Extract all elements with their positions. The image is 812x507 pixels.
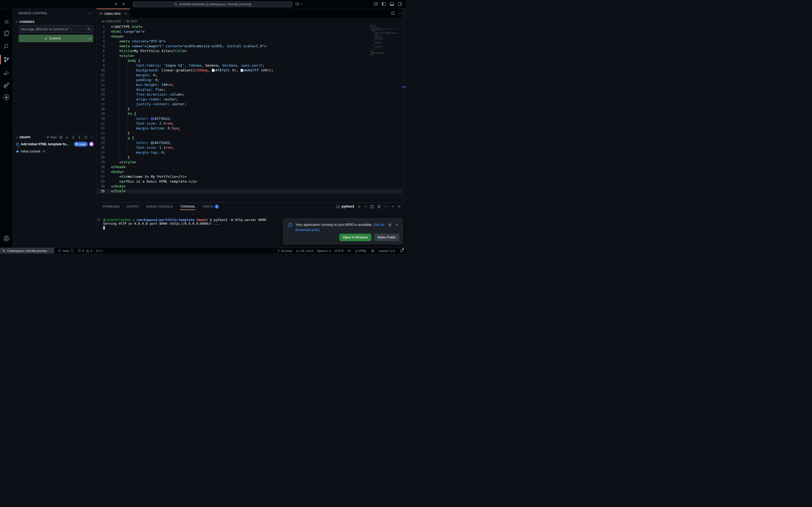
code-line[interactable]: 32 <h1>Welcome to My Portfolio</h1> [97, 174, 406, 179]
push-icon[interactable] [77, 135, 81, 139]
code-line[interactable]: 18 } [97, 107, 406, 111]
more-actions-icon[interactable] [88, 11, 92, 15]
eol-item[interactable]: LF [347, 249, 351, 252]
code-line[interactable]: 28 } [97, 155, 406, 160]
branch-status-item[interactable]: main [58, 249, 74, 252]
code-line[interactable]: 6 <title>My Portfolio Site</title> [97, 49, 406, 53]
graph-more-icon[interactable] [90, 135, 94, 139]
notifications-bell-item[interactable] [400, 249, 403, 253]
notification-settings-gear-icon[interactable]: ⚙ [388, 223, 392, 227]
graph-section-header[interactable]: GRAPH Auto [13, 134, 97, 140]
terminal-shell-item[interactable]: $ python3 [336, 205, 354, 209]
encoding-item[interactable]: UTF-8 [335, 249, 344, 252]
close-tab-icon[interactable] [124, 12, 127, 15]
tab-index-html[interactable]: <> index.html [97, 9, 130, 18]
code-line[interactable]: 16 align-items: center; [97, 97, 406, 102]
changes-section-header[interactable]: CHANGES [13, 19, 97, 25]
panel-tab-terminal[interactable]: TERMINAL [180, 203, 195, 210]
cursor-position-item[interactable]: Ln 35, Col 8 [296, 249, 313, 252]
breadcrumb-file[interactable]: index.html [106, 19, 121, 23]
refresh-icon[interactable] [84, 135, 88, 139]
graph-commit-row[interactable]: Add initial HTML template fo… main [13, 141, 97, 148]
panel-tab-problems[interactable]: PROBLEMS [103, 203, 120, 210]
code-line[interactable]: 33 <p>This is a basic HTML template.</p> [97, 179, 406, 184]
fetch-icon[interactable] [65, 135, 69, 139]
language-mode-item[interactable]: {} HTML [355, 249, 367, 252]
minimap[interactable]: <!DOCTYPE html><html lang="en"><head> <m… [370, 25, 401, 202]
graph-auto-toggle[interactable]: Auto [47, 135, 57, 139]
forward-icon[interactable] [121, 2, 126, 6]
search-sidebar-icon[interactable] [0, 41, 13, 52]
toggle-primary-sidebar-icon[interactable] [382, 2, 386, 6]
ports-status-item[interactable]: 1 [96, 249, 103, 253]
commit-status-item[interactable]: N (now) [277, 249, 292, 252]
breadcrumb-symbol[interactable]: html [131, 19, 137, 23]
code-line[interactable]: 11 margin: 0; [97, 73, 406, 77]
code-line[interactable]: 19 h1 { [97, 111, 406, 116]
kill-terminal-trash-icon[interactable] [377, 205, 381, 209]
pull-icon[interactable] [71, 135, 75, 139]
commit-button[interactable]: Commit [18, 35, 93, 42]
editor-scrollbar[interactable] [402, 9, 406, 203]
branch-badge[interactable]: main [74, 142, 88, 147]
code-line[interactable]: 13 min-height: 100vh; [97, 82, 406, 87]
indentation-item[interactable]: Spaces: 4 [317, 249, 331, 252]
code-line[interactable]: 27 margin-top: 0; [97, 150, 406, 155]
code-line[interactable]: 15 flex-direction: column; [97, 92, 406, 97]
breadcrumb[interactable]: <> index.html html [97, 18, 406, 24]
maximize-panel-icon[interactable] [391, 205, 395, 208]
code-line[interactable]: 24 p { [97, 135, 406, 140]
make-public-button[interactable]: Make Public [374, 234, 399, 241]
code-line[interactable]: 34</body> [97, 184, 406, 189]
commit-dropdown-chevron[interactable] [86, 35, 93, 42]
code-line[interactable]: 8 body { [97, 58, 406, 63]
code-line[interactable]: 4 <meta charset="UTF-8"> [97, 39, 406, 44]
terminal-output[interactable]: @LatentFreedom → /workspaces/portfolio-t… [103, 218, 266, 230]
code-line[interactable]: 25 color: #475569; [97, 140, 406, 145]
split-terminal-icon[interactable] [370, 205, 374, 209]
command-center-search[interactable]: portfolio-template [Codespaces: friendly… [133, 1, 293, 7]
terminal-dropdown-chevron[interactable] [364, 205, 367, 208]
toggle-panel-icon[interactable] [390, 2, 394, 6]
customize-layout-icon[interactable] [373, 2, 378, 6]
close-panel-icon[interactable] [397, 205, 401, 208]
back-icon[interactable] [114, 2, 118, 6]
new-terminal-icon[interactable] [357, 205, 361, 209]
code-line[interactable]: 29 </style> [97, 160, 406, 165]
copilot-menu[interactable] [295, 1, 303, 6]
remote-indicator[interactable]: Codespaces: friendly journey [0, 248, 54, 253]
split-editor-icon[interactable] [391, 11, 395, 15]
copilot-sparkle-icon[interactable] [87, 27, 91, 31]
panel-tab-ports[interactable]: PORTS1 [202, 203, 219, 210]
code-line[interactable]: 9 font-family: 'Segoe UI', Tahoma, Genev… [97, 63, 406, 68]
run-debug-icon[interactable] [0, 67, 13, 78]
github-icon[interactable] [0, 92, 13, 103]
code-line[interactable]: 22 margin-bottom: 0.5em; [97, 126, 406, 131]
code-line[interactable]: 7 <style> [97, 53, 406, 58]
graph-target-icon[interactable] [59, 135, 63, 139]
menu-icon[interactable] [0, 16, 13, 27]
close-notification-icon[interactable] [395, 223, 399, 226]
code-line[interactable]: 23 } [97, 131, 406, 135]
open-in-browser-button[interactable]: Open in Browser [339, 234, 371, 241]
code-line[interactable]: 3<head> [97, 34, 406, 39]
code-line[interactable]: 12 padding: 0; [97, 77, 406, 82]
panel-tab-debug-console[interactable]: DEBUG CONSOLE [147, 203, 173, 210]
editor-more-icon[interactable] [398, 11, 402, 15]
code-line[interactable]: 5 <meta name="viewport" content="width=d… [97, 44, 406, 49]
code-line[interactable]: 1<!DOCTYPE html> [97, 24, 406, 29]
github-status-item[interactable] [371, 249, 374, 253]
problems-status-item[interactable]: 0 0 [77, 249, 93, 252]
code-line[interactable]: 30</head> [97, 165, 406, 169]
commit-message-input[interactable]: Message (⌘Enter to commit on "... [18, 25, 93, 33]
code-line[interactable]: 20 color: #3730a3; [97, 116, 406, 121]
source-control-icon[interactable] [0, 54, 13, 65]
code-line[interactable]: 10 background: linear-gradient(120deg, #… [97, 68, 406, 73]
toggle-secondary-sidebar-icon[interactable] [398, 2, 402, 6]
panel-tab-output[interactable]: OUTPUT [127, 203, 139, 210]
layout-status-item[interactable]: Layout: U.S. [379, 249, 396, 252]
explorer-icon[interactable] [0, 28, 13, 39]
code-line[interactable]: 26 font-size: 1.2rem; [97, 145, 406, 150]
code-line[interactable]: 31<body> [97, 169, 406, 174]
graph-commit-row[interactable]: Initial commit N [13, 148, 97, 155]
